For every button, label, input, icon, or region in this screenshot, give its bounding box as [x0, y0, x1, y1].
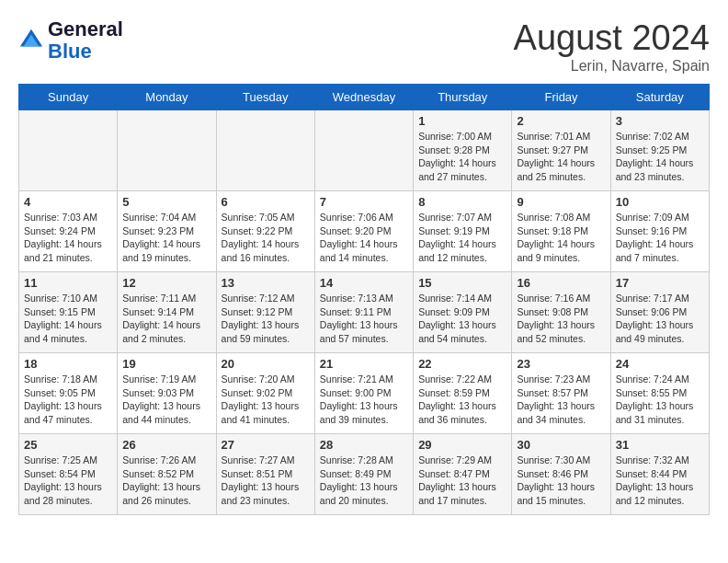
weekday-header: Saturday — [610, 85, 709, 110]
calendar-cell: 15Sunrise: 7:14 AM Sunset: 9:09 PM Dayli… — [414, 272, 512, 353]
calendar-cell: 16Sunrise: 7:16 AM Sunset: 9:08 PM Dayli… — [512, 272, 610, 353]
day-info: Sunrise: 7:32 AM Sunset: 8:44 PM Dayligh… — [616, 454, 704, 508]
day-info: Sunrise: 7:30 AM Sunset: 8:46 PM Dayligh… — [517, 454, 605, 508]
day-number: 26 — [122, 438, 210, 452]
day-info: Sunrise: 7:12 AM Sunset: 9:12 PM Dayligh… — [222, 292, 310, 346]
day-info: Sunrise: 7:06 AM Sunset: 9:20 PM Dayligh… — [320, 211, 408, 265]
day-number: 21 — [320, 357, 408, 371]
calendar-cell — [216, 110, 314, 191]
day-number: 27 — [222, 438, 310, 452]
calendar-cell: 17Sunrise: 7:17 AM Sunset: 9:06 PM Dayli… — [610, 272, 709, 353]
day-info: Sunrise: 7:09 AM Sunset: 9:16 PM Dayligh… — [616, 211, 704, 265]
calendar-cell: 18Sunrise: 7:18 AM Sunset: 9:05 PM Dayli… — [19, 353, 118, 434]
day-number: 31 — [616, 438, 704, 452]
day-number: 12 — [122, 276, 210, 290]
title-block: August 2024 Lerin, Navarre, Spain — [514, 18, 710, 75]
day-number: 17 — [616, 276, 704, 290]
day-info: Sunrise: 7:17 AM Sunset: 9:06 PM Dayligh… — [616, 292, 704, 346]
day-number: 14 — [320, 276, 408, 290]
day-number: 22 — [418, 357, 506, 371]
calendar-cell: 4Sunrise: 7:03 AM Sunset: 9:24 PM Daylig… — [19, 191, 118, 272]
page-header: General Blue August 2024 Lerin, Navarre,… — [18, 18, 710, 75]
calendar-cell — [118, 110, 216, 191]
day-info: Sunrise: 7:11 AM Sunset: 9:14 PM Dayligh… — [122, 292, 210, 346]
month-year: August 2024 — [514, 18, 710, 58]
calendar-cell: 29Sunrise: 7:29 AM Sunset: 8:47 PM Dayli… — [414, 434, 512, 515]
day-info: Sunrise: 7:18 AM Sunset: 9:05 PM Dayligh… — [24, 373, 112, 427]
calendar-cell: 26Sunrise: 7:26 AM Sunset: 8:52 PM Dayli… — [118, 434, 216, 515]
calendar-cell: 30Sunrise: 7:30 AM Sunset: 8:46 PM Dayli… — [512, 434, 610, 515]
day-number: 7 — [320, 195, 408, 209]
calendar-cell: 23Sunrise: 7:23 AM Sunset: 8:57 PM Dayli… — [512, 353, 610, 434]
day-number: 1 — [418, 114, 506, 128]
calendar-cell: 6Sunrise: 7:05 AM Sunset: 9:22 PM Daylig… — [216, 191, 314, 272]
calendar-cell: 5Sunrise: 7:04 AM Sunset: 9:23 PM Daylig… — [118, 191, 216, 272]
day-info: Sunrise: 7:27 AM Sunset: 8:51 PM Dayligh… — [222, 454, 310, 508]
day-number: 19 — [122, 357, 210, 371]
calendar-cell — [19, 110, 118, 191]
calendar-cell — [314, 110, 413, 191]
day-info: Sunrise: 7:13 AM Sunset: 9:11 PM Dayligh… — [320, 292, 408, 346]
day-info: Sunrise: 7:22 AM Sunset: 8:59 PM Dayligh… — [418, 373, 506, 427]
day-number: 28 — [320, 438, 408, 452]
day-info: Sunrise: 7:29 AM Sunset: 8:47 PM Dayligh… — [418, 454, 506, 508]
logo-text: General Blue — [48, 18, 123, 63]
day-number: 18 — [24, 357, 112, 371]
day-info: Sunrise: 7:03 AM Sunset: 9:24 PM Dayligh… — [24, 211, 112, 265]
day-number: 3 — [616, 114, 704, 128]
day-number: 11 — [24, 276, 112, 290]
calendar-cell: 31Sunrise: 7:32 AM Sunset: 8:44 PM Dayli… — [610, 434, 709, 515]
day-info: Sunrise: 7:14 AM Sunset: 9:09 PM Dayligh… — [418, 292, 506, 346]
day-info: Sunrise: 7:24 AM Sunset: 8:55 PM Dayligh… — [616, 373, 704, 427]
calendar-cell: 27Sunrise: 7:27 AM Sunset: 8:51 PM Dayli… — [216, 434, 314, 515]
calendar-cell: 21Sunrise: 7:21 AM Sunset: 9:00 PM Dayli… — [314, 353, 413, 434]
calendar-week-row: 4Sunrise: 7:03 AM Sunset: 9:24 PM Daylig… — [19, 191, 710, 272]
day-info: Sunrise: 7:05 AM Sunset: 9:22 PM Dayligh… — [222, 211, 310, 265]
calendar-cell: 1Sunrise: 7:00 AM Sunset: 9:28 PM Daylig… — [414, 110, 512, 191]
day-number: 25 — [24, 438, 112, 452]
day-number: 13 — [222, 276, 310, 290]
day-number: 2 — [517, 114, 605, 128]
day-info: Sunrise: 7:02 AM Sunset: 9:25 PM Dayligh… — [616, 130, 704, 184]
weekday-header: Sunday — [19, 85, 118, 110]
calendar-week-row: 11Sunrise: 7:10 AM Sunset: 9:15 PM Dayli… — [19, 272, 710, 353]
weekday-header: Thursday — [414, 85, 512, 110]
day-info: Sunrise: 7:25 AM Sunset: 8:54 PM Dayligh… — [24, 454, 112, 508]
day-number: 5 — [122, 195, 210, 209]
calendar-cell: 12Sunrise: 7:11 AM Sunset: 9:14 PM Dayli… — [118, 272, 216, 353]
day-info: Sunrise: 7:10 AM Sunset: 9:15 PM Dayligh… — [24, 292, 112, 346]
weekday-header: Monday — [118, 85, 216, 110]
day-number: 24 — [616, 357, 704, 371]
calendar-cell: 14Sunrise: 7:13 AM Sunset: 9:11 PM Dayli… — [314, 272, 413, 353]
calendar-cell: 20Sunrise: 7:20 AM Sunset: 9:02 PM Dayli… — [216, 353, 314, 434]
weekday-header: Tuesday — [216, 85, 314, 110]
calendar-cell: 28Sunrise: 7:28 AM Sunset: 8:49 PM Dayli… — [314, 434, 413, 515]
calendar-cell: 8Sunrise: 7:07 AM Sunset: 9:19 PM Daylig… — [414, 191, 512, 272]
day-info: Sunrise: 7:28 AM Sunset: 8:49 PM Dayligh… — [320, 454, 408, 508]
day-number: 15 — [418, 276, 506, 290]
calendar-week-row: 18Sunrise: 7:18 AM Sunset: 9:05 PM Dayli… — [19, 353, 710, 434]
day-info: Sunrise: 7:20 AM Sunset: 9:02 PM Dayligh… — [222, 373, 310, 427]
day-number: 20 — [222, 357, 310, 371]
day-number: 6 — [222, 195, 310, 209]
day-number: 23 — [517, 357, 605, 371]
calendar-table: SundayMondayTuesdayWednesdayThursdayFrid… — [18, 84, 710, 515]
calendar-cell: 25Sunrise: 7:25 AM Sunset: 8:54 PM Dayli… — [19, 434, 118, 515]
day-number: 4 — [24, 195, 112, 209]
calendar-week-row: 25Sunrise: 7:25 AM Sunset: 8:54 PM Dayli… — [19, 434, 710, 515]
calendar-week-row: 1Sunrise: 7:00 AM Sunset: 9:28 PM Daylig… — [19, 110, 710, 191]
day-info: Sunrise: 7:26 AM Sunset: 8:52 PM Dayligh… — [122, 454, 210, 508]
day-number: 29 — [418, 438, 506, 452]
logo-icon — [18, 28, 44, 53]
calendar-cell: 9Sunrise: 7:08 AM Sunset: 9:18 PM Daylig… — [512, 191, 610, 272]
day-number: 8 — [418, 195, 506, 209]
weekday-header: Friday — [512, 85, 610, 110]
calendar-body: 1Sunrise: 7:00 AM Sunset: 9:28 PM Daylig… — [19, 110, 710, 515]
day-info: Sunrise: 7:21 AM Sunset: 9:00 PM Dayligh… — [320, 373, 408, 427]
calendar-cell: 24Sunrise: 7:24 AM Sunset: 8:55 PM Dayli… — [610, 353, 709, 434]
day-info: Sunrise: 7:04 AM Sunset: 9:23 PM Dayligh… — [122, 211, 210, 265]
weekday-row: SundayMondayTuesdayWednesdayThursdayFrid… — [19, 85, 710, 110]
location: Lerin, Navarre, Spain — [514, 58, 710, 75]
calendar-header: SundayMondayTuesdayWednesdayThursdayFrid… — [19, 85, 710, 110]
calendar-cell: 7Sunrise: 7:06 AM Sunset: 9:20 PM Daylig… — [314, 191, 413, 272]
